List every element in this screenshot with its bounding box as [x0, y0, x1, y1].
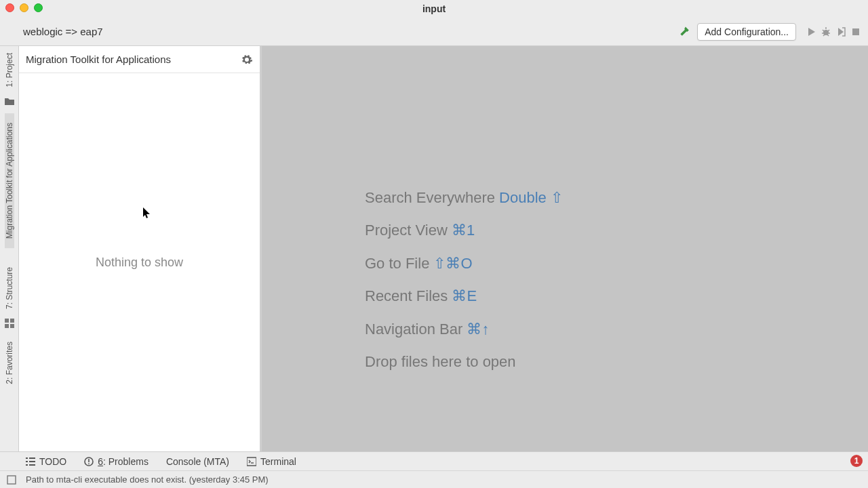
build-button[interactable] [678, 25, 692, 39]
svg-rect-5 [10, 324, 14, 328]
tab-project-label: 1: Project [5, 53, 14, 87]
gear-icon [241, 54, 253, 66]
toolwindow-body: Nothing to show [19, 73, 260, 451]
tab-todo[interactable]: TODO [26, 456, 66, 467]
main-area: 1: Project Migration Toolkit for Applica… [0, 46, 868, 451]
svg-rect-6 [26, 458, 28, 459]
run-icon [806, 26, 816, 37]
toolwindow-title: Migration Toolkit for Applications [26, 54, 171, 65]
tab-todo-label: TODO [39, 456, 66, 467]
svg-rect-4 [5, 324, 9, 328]
status-bar: Path to mta-cli executable does not exis… [0, 470, 868, 488]
svg-rect-7 [29, 458, 35, 459]
structure-icon [5, 319, 14, 328]
tip-search-shortcut: Double ⇧ [499, 189, 563, 206]
svg-rect-9 [29, 461, 35, 462]
tab-problems-label: 6: Problems [98, 456, 149, 467]
toolbar: weblogic => eap7 Add Configuration... [0, 18, 868, 46]
tab-problems[interactable]: 6: Problems [84, 456, 149, 467]
tip-navbar-label: Navigation Bar [365, 321, 467, 338]
tip-search-label: Search Everywhere [365, 189, 499, 206]
tip-recent-shortcut: ⌘E [452, 287, 477, 304]
run-coverage-button[interactable] [835, 26, 846, 37]
svg-rect-2 [5, 319, 9, 323]
bottom-tool-tabs: TODO 6: Problems Console (MTA) Terminal … [0, 451, 868, 470]
toolwindow-mta: Migration Toolkit for Applications Nothi… [19, 46, 262, 451]
folder-icon [4, 97, 15, 106]
tab-console-label: Console (MTA) [166, 456, 229, 467]
tip-gotofile-label: Go to File [365, 255, 433, 272]
tab-console-mta[interactable]: Console (MTA) [166, 456, 229, 467]
svg-rect-1 [852, 28, 859, 35]
tab-mta[interactable]: Migration Toolkit for Applications [5, 113, 14, 248]
tip-drop-label: Drop files here to open [365, 353, 516, 370]
toolwindow-settings-button[interactable] [241, 54, 253, 66]
toolwindow-header: Migration Toolkit for Applications [19, 46, 260, 73]
zoom-window-button[interactable] [34, 3, 43, 12]
add-configuration-button[interactable]: Add Configuration... [697, 23, 796, 41]
tab-terminal-label: Terminal [260, 456, 296, 467]
svg-rect-16 [251, 462, 254, 463]
traffic-lights [5, 3, 43, 12]
tab-favorites-label: 2: Favorites [5, 342, 14, 384]
debug-button[interactable] [821, 26, 831, 37]
notifications-badge[interactable]: 1 [850, 455, 863, 467]
toolwindow-empty-text: Nothing to show [96, 256, 183, 270]
tab-project[interactable]: 1: Project [5, 46, 14, 94]
terminal-icon [247, 457, 256, 466]
svg-rect-3 [10, 319, 14, 323]
list-icon [26, 457, 35, 466]
hammer-icon [678, 25, 692, 39]
warning-icon [84, 457, 94, 466]
breadcrumb[interactable]: weblogic => eap7 [23, 26, 103, 37]
debug-icon [821, 26, 831, 37]
tip-navbar-shortcut: ⌘↑ [467, 321, 489, 338]
tab-mta-label: Migration Toolkit for Applications [5, 123, 14, 239]
minimize-window-button[interactable] [20, 3, 28, 12]
toolwindow-toggle-button[interactable] [7, 475, 16, 485]
close-window-button[interactable] [5, 3, 14, 12]
editor-tips: Search Everywhere Double ⇧ Project View … [365, 182, 563, 378]
tip-project-shortcut: ⌘1 [452, 222, 475, 239]
run-button[interactable] [806, 26, 816, 37]
tab-terminal[interactable]: Terminal [247, 456, 296, 467]
svg-rect-8 [26, 461, 28, 462]
stop-icon [850, 26, 861, 37]
svg-rect-10 [26, 464, 28, 466]
left-tool-tabs: 1: Project Migration Toolkit for Applica… [0, 46, 19, 451]
svg-rect-13 [88, 459, 90, 462]
tip-recent-label: Recent Files [365, 287, 452, 304]
stop-button[interactable] [850, 26, 861, 37]
editor-empty-state[interactable]: Search Everywhere Double ⇧ Project View … [262, 46, 868, 451]
box-icon [7, 475, 16, 485]
tab-structure[interactable]: 7: Structure [5, 260, 14, 316]
window-title: input [422, 3, 446, 14]
svg-rect-15 [247, 458, 256, 466]
tip-gotofile-shortcut: ⇧⌘O [433, 255, 472, 272]
status-message[interactable]: Path to mta-cli executable does not exis… [26, 474, 269, 485]
coverage-icon [835, 26, 846, 37]
svg-rect-14 [88, 463, 90, 464]
svg-rect-17 [7, 476, 16, 484]
window-titlebar: input [0, 0, 868, 18]
svg-rect-11 [29, 464, 35, 466]
tab-favorites[interactable]: 2: Favorites [5, 335, 14, 391]
tip-project-label: Project View [365, 222, 452, 239]
tab-structure-label: 7: Structure [5, 267, 14, 309]
